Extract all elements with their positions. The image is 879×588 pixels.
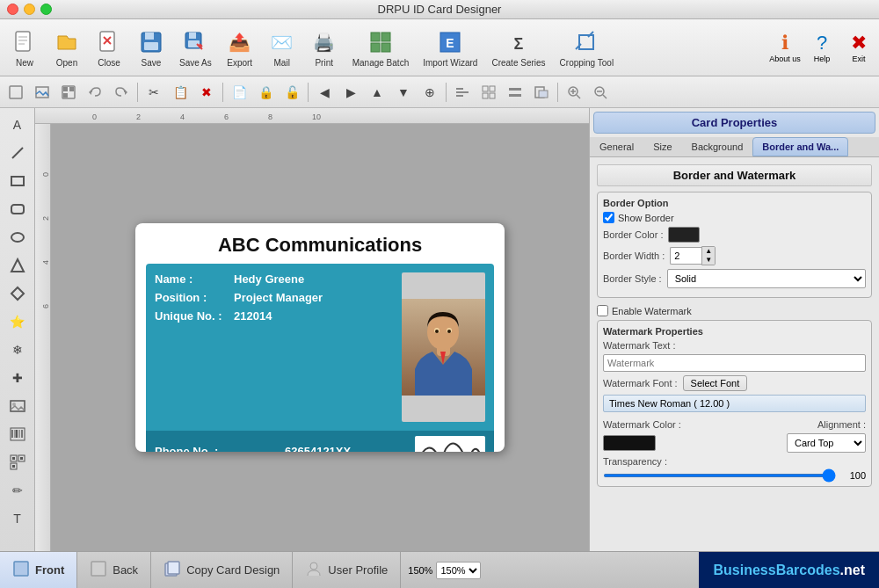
transparency-slider-row: 100 [603, 470, 866, 481]
barcode-tool-button[interactable] [56, 80, 81, 105]
border-option-title: Border Option [603, 198, 866, 208]
move-left-button[interactable]: ◀ [312, 80, 337, 105]
maximize-window-button[interactable] [40, 4, 52, 15]
select-tool-button[interactable] [4, 80, 28, 105]
help-button[interactable]: ? Help [805, 31, 839, 64]
close-doc-icon [95, 28, 123, 56]
toolbar-cropping-tool-label: Cropping Tool [560, 58, 614, 68]
minimize-window-button[interactable] [24, 4, 35, 15]
paste-button[interactable]: 📄 [227, 80, 251, 105]
close-window-button[interactable] [7, 4, 18, 15]
card-properties-header: Card Properties [593, 112, 875, 134]
triangle-tool[interactable] [4, 252, 32, 279]
toolbar-print[interactable]: 🖨️ Print [303, 25, 345, 71]
unlock-button[interactable]: 🔓 [280, 80, 304, 105]
tab-user-profile[interactable]: User Profile [293, 552, 401, 588]
show-border-label[interactable]: Show Border [603, 212, 674, 223]
svg-rect-33 [456, 95, 463, 97]
text2-tool[interactable]: T [4, 505, 32, 532]
enable-watermark-checkbox[interactable] [597, 305, 608, 316]
image-tool-button[interactable] [30, 80, 54, 105]
toolbar-right: ℹ About us ? Help ✖ Exit [768, 31, 875, 64]
ellipse-tool[interactable] [4, 224, 32, 250]
border-style-select[interactable]: Solid Dashed Dotted Double [667, 269, 866, 288]
qr-tool[interactable] [4, 449, 32, 475]
tab-front[interactable]: Front [0, 552, 77, 588]
tab-border-watermark[interactable]: Border and Wa... [752, 137, 848, 156]
watermark-properties-group: Watermark Properties Watermark Text : Wa… [597, 320, 872, 487]
center-button[interactable]: ⊕ [418, 80, 442, 105]
toolbar-save[interactable]: Save [130, 25, 172, 71]
cut-button[interactable]: ✂ [142, 80, 166, 105]
rounded-rect-tool[interactable] [4, 196, 32, 222]
ruler-mark-0: 0 [92, 113, 136, 121]
delete-button[interactable]: ✖ [194, 80, 219, 105]
move-up-button[interactable]: ▲ [365, 80, 389, 105]
undo-button[interactable] [83, 80, 107, 105]
toolbar-manage-batch[interactable]: Manage Batch [345, 25, 417, 71]
image-tool[interactable] [4, 393, 32, 419]
toolbar-export[interactable]: 📤 Export [219, 25, 261, 71]
align-left-button[interactable] [450, 80, 475, 105]
border-width-input[interactable]: 2 [670, 247, 701, 265]
toolbar-new[interactable]: New [4, 25, 46, 71]
enable-watermark-label[interactable]: Enable Watermark [597, 305, 692, 316]
alignment-select[interactable]: Card Top Card Bottom Card Center [787, 433, 866, 453]
tab-copy-card-design[interactable]: Copy Card Design [151, 552, 293, 588]
toolbar-sep-1 [137, 83, 138, 102]
toolbar-import-wizard[interactable]: E Import Wizard [416, 25, 484, 71]
tab-background[interactable]: Background [682, 137, 753, 156]
save-icon [137, 28, 165, 56]
toolbar-open[interactable]: Open [46, 25, 88, 71]
diamond-tool[interactable] [4, 280, 32, 307]
watermark-text-input[interactable] [603, 354, 866, 372]
border-width-up[interactable]: ▲ [702, 247, 715, 256]
toolbar-mail[interactable]: ✉️ Mail [261, 25, 303, 71]
exit-button[interactable]: ✖ Exit [842, 31, 875, 64]
svg-rect-11 [189, 33, 196, 39]
rect-tool[interactable] [4, 168, 32, 194]
toolbar-cropping-tool[interactable]: Cropping Tool [553, 25, 621, 71]
toolbar-close[interactable]: Close [88, 25, 130, 71]
watermark-font-label: Watermark Font : [603, 378, 678, 388]
pen-tool[interactable] [4, 140, 32, 166]
toolbar-save-label: Save [142, 58, 162, 68]
watermark-color-swatch[interactable] [603, 435, 656, 451]
about-button[interactable]: ℹ About us [768, 31, 802, 64]
star-tool[interactable]: ⭐ [4, 309, 32, 335]
copy-button[interactable]: 📋 [168, 80, 193, 105]
card-position-field: Position : Project Manager [155, 291, 393, 304]
zoom-out-button[interactable] [588, 80, 613, 105]
preview-button[interactable] [529, 80, 554, 105]
zoom-select[interactable]: 150% 100% 75% 50% [436, 562, 481, 579]
lock-button[interactable]: 🔒 [253, 80, 278, 105]
redo-button[interactable] [109, 80, 134, 105]
alignment-label: Alignment : [817, 419, 866, 430]
canvas-content[interactable]: ABC Communications Name : Hedy Greene Po… [51, 124, 589, 551]
barcode-tool[interactable] [4, 421, 32, 447]
snowflake-tool[interactable]: ❄ [4, 337, 32, 363]
view-toggle-button[interactable] [503, 80, 527, 105]
show-border-checkbox[interactable] [603, 212, 614, 223]
cross-tool[interactable]: ✚ [4, 365, 32, 391]
text-tool[interactable]: A [4, 112, 32, 138]
toolbar-create-series[interactable]: Σ Create Series [484, 25, 552, 71]
zoom-in-button[interactable] [562, 80, 586, 105]
watermark-font-display-row: Times New Roman ( 12.00 ) [603, 395, 866, 416]
tab-size[interactable]: Size [643, 137, 681, 156]
move-down-button[interactable]: ▼ [391, 80, 416, 105]
tab-back[interactable]: Back [77, 552, 151, 588]
move-right-button[interactable]: ▶ [338, 80, 363, 105]
svg-rect-51 [11, 205, 24, 214]
transparency-slider[interactable] [603, 474, 836, 477]
tab-general[interactable]: General [590, 137, 643, 156]
border-width-down[interactable]: ▼ [702, 256, 715, 265]
svg-point-72 [427, 315, 459, 350]
toolbar-saveas[interactable]: Save As [172, 25, 219, 71]
svg-rect-31 [456, 88, 463, 90]
save-as-icon [181, 28, 209, 56]
select-font-button[interactable]: Select Font [683, 375, 748, 391]
pencil-tool[interactable]: ✏ [4, 477, 32, 504]
border-color-swatch[interactable] [668, 227, 700, 243]
grid-button[interactable] [476, 80, 501, 105]
